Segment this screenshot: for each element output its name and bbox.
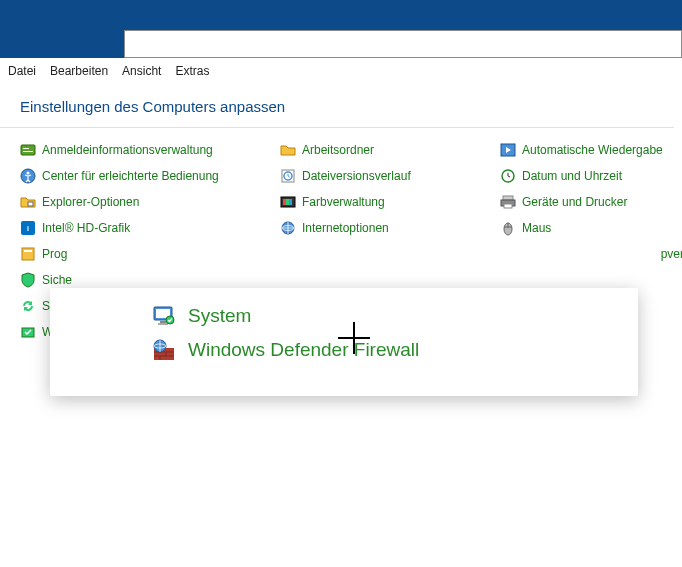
credential-icon [20, 142, 36, 158]
menu-extras[interactable]: Extras [175, 64, 209, 78]
tooltip-row-system[interactable]: System [152, 304, 618, 328]
tooltip-label: Windows Defender Firewall [188, 339, 419, 361]
svg-rect-1 [23, 148, 29, 149]
svg-rect-23 [22, 248, 34, 260]
item-label: Automatische Wiedergabe [522, 143, 663, 157]
item-label: Intel® HD-Grafik [42, 221, 130, 235]
item-date-time[interactable]: Datum und Uhrzeit [500, 168, 682, 184]
item-label: Explorer-Optionen [42, 195, 139, 209]
item-label: Dateiversionsverlauf [302, 169, 411, 183]
menu-view[interactable]: Ansicht [122, 64, 161, 78]
tooltip-row-firewall[interactable]: Windows Defender Firewall [152, 338, 618, 362]
item-internet-options[interactable]: Internetoptionen [280, 220, 500, 236]
sync-icon [20, 298, 36, 314]
svg-rect-0 [21, 145, 35, 155]
item-label: Arbeitsordner [302, 143, 374, 157]
internet-icon [280, 220, 296, 236]
svg-text:i: i [27, 225, 29, 232]
svg-point-6 [27, 172, 30, 175]
svg-rect-15 [503, 196, 513, 200]
programs-icon [20, 246, 36, 262]
menu-edit[interactable]: Bearbeiten [50, 64, 108, 78]
svg-rect-13 [286, 199, 289, 205]
recovery-icon [20, 324, 36, 340]
item-label: Prog [42, 247, 67, 261]
divider [0, 127, 674, 128]
item-label: Datum und Uhrzeit [522, 169, 622, 183]
page-title: Einstellungen des Computers anpassen [20, 98, 674, 115]
svg-rect-28 [160, 321, 166, 323]
tooltip-label: System [188, 305, 251, 327]
svg-rect-2 [23, 151, 33, 152]
folder-icon [280, 142, 296, 158]
item-credential-manager[interactable]: Anmeldeinformationsverwaltung [20, 142, 280, 158]
folder-options-icon [20, 194, 36, 210]
color-icon [280, 194, 296, 210]
item-programs[interactable]: Prog [20, 246, 280, 262]
item-intel-graphics[interactable]: i Intel® HD-Grafik [20, 220, 280, 236]
autoplay-icon [500, 142, 516, 158]
svg-rect-14 [289, 199, 292, 205]
accessibility-icon [20, 168, 36, 184]
printer-icon [500, 194, 516, 210]
item-label: Anmeldeinformationsverwaltung [42, 143, 213, 157]
empty-cell [280, 272, 500, 288]
item-label: Farbverwaltung [302, 195, 385, 209]
window-titlebar [0, 0, 682, 58]
item-color-management[interactable]: Farbverwaltung [280, 194, 500, 210]
item-ease-of-access[interactable]: Center für erleichterte Bedienung [20, 168, 280, 184]
firewall-icon [152, 338, 176, 362]
item-label: Internetoptionen [302, 221, 389, 235]
item-autoplay[interactable]: Automatische Wiedergabe [500, 142, 682, 158]
svg-rect-29 [158, 323, 168, 325]
menu-bar: Datei Bearbeiten Ansicht Extras [0, 58, 682, 84]
security-icon [20, 272, 36, 288]
item-label: pverbin [661, 247, 682, 261]
svg-rect-12 [283, 199, 286, 205]
address-bar[interactable] [124, 30, 682, 58]
item-label: Center für erleichterte Bedienung [42, 169, 219, 183]
titlebar-nav-area [0, 0, 124, 58]
empty-cell [500, 272, 682, 288]
magnified-tooltip: System Windows Defender Firewall [50, 288, 638, 396]
item-remote-partial[interactable]: pverbin [500, 246, 682, 262]
item-file-history[interactable]: Dateiversionsverlauf [280, 168, 500, 184]
system-icon [152, 304, 176, 328]
item-devices-printers[interactable]: Geräte und Drucker [500, 194, 682, 210]
history-icon [280, 168, 296, 184]
item-label: Siche [42, 273, 72, 287]
item-explorer-options[interactable]: Explorer-Optionen [20, 194, 280, 210]
item-work-folders[interactable]: Arbeitsordner [280, 142, 500, 158]
empty-cell [280, 246, 500, 262]
item-label: Geräte und Drucker [522, 195, 627, 209]
svg-rect-17 [504, 204, 512, 208]
item-security[interactable]: Siche [20, 272, 280, 288]
intel-icon: i [20, 220, 36, 236]
item-mouse[interactable]: Maus [500, 220, 682, 236]
menu-file[interactable]: Datei [8, 64, 36, 78]
svg-rect-24 [24, 250, 32, 252]
svg-rect-10 [28, 202, 33, 206]
clock-icon [500, 168, 516, 184]
item-label: Maus [522, 221, 551, 235]
mouse-icon [500, 220, 516, 236]
